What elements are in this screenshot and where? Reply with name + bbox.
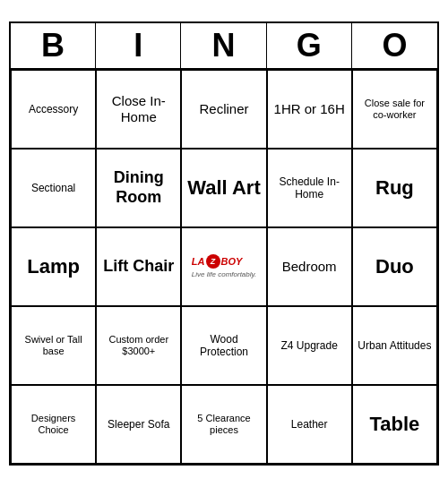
cell-text: Wall Art	[187, 176, 260, 200]
cell-text: Dining Room	[100, 168, 177, 207]
cell-text: Designers Choice	[15, 413, 91, 436]
bingo-cell-20: Designers Choice	[11, 385, 96, 464]
cell-text: Schedule In-Home	[271, 175, 348, 201]
bingo-cell-11: Lift Chair	[96, 227, 181, 306]
bingo-cell-19: Urban Attitudes	[352, 306, 437, 385]
bingo-cell-23: Leather	[267, 385, 352, 464]
cell-text: Close In-Home	[100, 93, 177, 125]
bingo-card: BINGO AccessoryClose In-HomeRecliner1HR …	[9, 21, 439, 466]
bingo-cell-3: 1HR or 16H	[267, 70, 352, 149]
cell-text: 5 Clearance pieces	[185, 413, 262, 436]
header-letter: N	[181, 23, 266, 68]
cell-text: Accessory	[29, 103, 78, 115]
bingo-cell-15: Swivel or Tall base	[11, 306, 96, 385]
lazboy-logo: LAZBOY	[192, 254, 256, 269]
cell-text: Leather	[291, 418, 328, 431]
bingo-cell-14: Duo	[352, 227, 437, 306]
bingo-cell-21: Sleeper Sofa	[96, 385, 181, 464]
header-letter: O	[352, 23, 437, 68]
cell-text: Recliner	[199, 101, 248, 117]
bingo-cell-1: Close In-Home	[96, 70, 181, 149]
lazboy-tagline: Live life comfortably.	[192, 270, 256, 279]
bingo-cell-9: Rug	[352, 149, 437, 227]
bingo-cell-16: Custom order $3000+	[96, 306, 181, 385]
bingo-cell-22: 5 Clearance pieces	[181, 385, 266, 464]
cell-text: Sleeper Sofa	[108, 418, 169, 431]
bingo-cell-10: Lamp	[11, 227, 96, 306]
bingo-cell-2: Recliner	[181, 70, 266, 149]
bingo-cell-18: Z4 Upgrade	[267, 306, 352, 385]
cell-text: 1HR or 16H	[274, 101, 345, 117]
cell-text: Lamp	[27, 255, 80, 278]
cell-text: Swivel or Tall base	[15, 334, 91, 357]
cell-text: Close sale for co-worker	[357, 98, 433, 121]
bingo-cell-7: Wall Art	[181, 149, 266, 227]
cell-text: Urban Attitudes	[358, 339, 431, 352]
bingo-cell-5: Sectional	[11, 149, 96, 227]
bingo-cell-4: Close sale for co-worker	[352, 70, 437, 149]
cell-text: Wood Protection	[185, 333, 262, 359]
cell-text: Custom order $3000+	[100, 334, 177, 357]
bingo-cell-17: Wood Protection	[181, 306, 266, 385]
cell-text: Table	[369, 413, 419, 436]
bingo-cell-12: LAZBOY Live life comfortably.	[181, 227, 266, 306]
bingo-cell-24: Table	[352, 385, 437, 464]
cell-text: Sectional	[31, 182, 75, 194]
bingo-cell-6: Dining Room	[96, 149, 181, 227]
bingo-cell-0: Accessory	[11, 70, 96, 149]
header-letter: G	[267, 23, 352, 68]
bingo-grid: AccessoryClose In-HomeRecliner1HR or 16H…	[11, 70, 437, 464]
cell-text: Z4 Upgrade	[281, 339, 338, 352]
cell-text: Bedroom	[282, 259, 337, 275]
cell-text: Rug	[375, 176, 414, 200]
bingo-cell-13: Bedroom	[267, 227, 352, 306]
cell-text: Lift Chair	[103, 257, 174, 277]
cell-text: Duo	[375, 255, 414, 278]
header-letter: B	[11, 23, 96, 68]
header-letter: I	[96, 23, 181, 68]
bingo-cell-8: Schedule In-Home	[267, 149, 352, 227]
bingo-header: BINGO	[11, 23, 437, 70]
